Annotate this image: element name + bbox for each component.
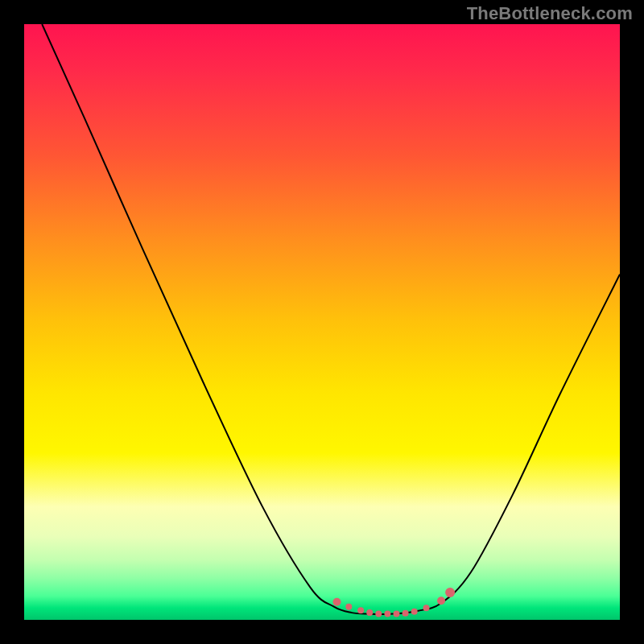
attribution-text: TheBottleneck.com — [467, 3, 633, 24]
optimal-marker — [411, 609, 418, 615]
chart-container: TheBottleneck.com — [0, 0, 644, 644]
optimal-marker — [345, 604, 352, 610]
optimal-marker — [384, 611, 390, 617]
optimal-marker — [445, 588, 455, 597]
optimal-marker — [357, 607, 364, 613]
optimal-marker — [366, 609, 373, 616]
optimal-marker — [402, 610, 409, 617]
optimal-marker — [375, 611, 382, 617]
bottleneck-curve — [42, 24, 620, 614]
optimal-marker — [423, 605, 430, 611]
chart-svg — [24, 24, 620, 620]
plot-area — [24, 24, 620, 620]
optimal-marker — [394, 611, 400, 617]
optimal-marker — [333, 598, 341, 606]
optimal-marker — [437, 597, 445, 605]
